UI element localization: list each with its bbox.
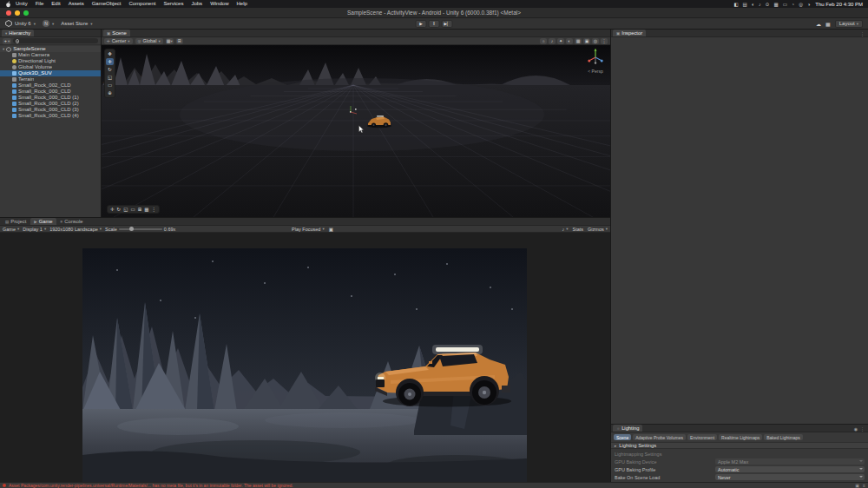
overlay-rect-icon[interactable]: ▭ xyxy=(130,207,135,212)
overlay-move-icon[interactable]: ✛ xyxy=(110,207,115,212)
lighting-tab-environment[interactable]: Environment xyxy=(687,434,717,440)
overlay-grid-icon[interactable]: ▦ xyxy=(144,207,148,212)
menu-item[interactable]: Assets xyxy=(69,0,84,8)
tool-handle-rotation-dropdown[interactable]: ◎ Global ▾ xyxy=(135,38,163,44)
inspector-menu-icon[interactable]: ⋮ xyxy=(860,31,865,36)
resolution-dropdown[interactable]: 1920x1080 Landscape▾ xyxy=(49,227,102,232)
pause-button[interactable]: ‖ xyxy=(429,20,440,28)
mute-audio-button[interactable]: ♪▾ xyxy=(562,227,569,232)
screen-mirroring-icon[interactable]: ◧ xyxy=(733,2,738,7)
gizmos-menu-icon[interactable]: ⋮ xyxy=(601,38,608,44)
overlay-scale-icon[interactable]: ◱ xyxy=(123,207,128,212)
asset-store-button[interactable]: Asset Store ▾ xyxy=(61,21,92,26)
bluetooth-icon[interactable]: ◐ xyxy=(752,2,754,7)
keyboard-icon[interactable]: ▤ xyxy=(743,2,747,7)
menu-item[interactable]: Help xyxy=(236,0,247,8)
foldout-caret-icon[interactable]: ▾ xyxy=(3,46,4,52)
spotlight-icon[interactable]: ◎ xyxy=(799,2,803,7)
display-icon[interactable]: ▦ xyxy=(773,2,778,7)
play-focused-dropdown[interactable]: Play Focused▾ xyxy=(292,227,325,232)
scene-lighting-icon[interactable]: ☼ xyxy=(540,38,547,44)
console-log-icon[interactable]: ≡ xyxy=(863,483,865,488)
transform-tool-icon[interactable]: ⊕ xyxy=(106,89,114,96)
status-bar[interactable]: Asset Packages/com.unity.render-pipeline… xyxy=(0,482,868,488)
gizmos-dropdown[interactable]: Gizmos▾ xyxy=(588,227,608,232)
grid-visibility-button[interactable]: ▦▾ xyxy=(166,38,174,44)
control-center-icon[interactable]: ◑ xyxy=(807,2,810,7)
lighting-tab-scene[interactable]: Scene xyxy=(614,434,631,440)
capture-icon[interactable]: ▣ xyxy=(329,227,333,232)
overlay-rotate-icon[interactable]: ↻ xyxy=(117,207,122,212)
scene-viewport[interactable]: ✥✛↻◱▭⊕ ✛↻◱▭⊞▦⋮ xyxy=(102,45,610,217)
scale-tool-icon[interactable]: ◱ xyxy=(106,74,114,81)
tab-hierarchy[interactable]: ▾ Hierarchy xyxy=(2,30,34,36)
battery-icon[interactable]: ▭ xyxy=(783,2,787,7)
stats-button[interactable]: Stats xyxy=(573,227,584,232)
tab-console[interactable]: ≡ Console xyxy=(57,218,87,225)
scale-slider[interactable] xyxy=(119,228,162,230)
hierarchy-item[interactable]: Small_Rock_000_CLD (4) xyxy=(0,113,101,119)
menu-item[interactable]: Edit xyxy=(51,0,60,8)
cloud-services-icon[interactable]: ☁ xyxy=(816,21,821,27)
account-dropdown[interactable]: N ▾ xyxy=(43,20,54,27)
menu-item[interactable]: Services xyxy=(163,0,183,8)
rect-tool-icon[interactable]: ▭ xyxy=(106,82,114,89)
hierarchy-search-input[interactable] xyxy=(13,38,98,43)
hierarchy-item[interactable]: Global Volume xyxy=(0,64,101,70)
hierarchy-item[interactable]: Main Camera xyxy=(0,52,101,58)
menu-clock[interactable]: Thu Feb 20 4:30 PM xyxy=(815,2,863,7)
property-value-dropdown[interactable]: Apple M2 Max xyxy=(715,458,865,465)
apple-icon[interactable] xyxy=(5,1,12,8)
tool-handle-position-dropdown[interactable]: ✛ Center ▾ xyxy=(104,38,133,44)
layers-grid-icon[interactable]: ▦ xyxy=(825,21,831,27)
hierarchy-item[interactable]: Small_Rock_000_CLD xyxy=(0,89,101,95)
hierarchy-item[interactable]: Small_Rock_000_CLD (1) xyxy=(0,95,101,101)
menu-item[interactable]: Component xyxy=(128,0,155,8)
hierarchy-item[interactable]: Quick3D_SUV xyxy=(0,70,101,76)
lighting-tab-realtime-lightmaps[interactable]: Realtime Lightmaps xyxy=(719,434,762,440)
snap-settings-button[interactable]: ⊞ xyxy=(176,38,183,44)
persp-label[interactable]: < Persp xyxy=(586,69,605,74)
overlay-snap-icon[interactable]: ⊞ xyxy=(138,207,142,212)
menu-item[interactable]: Window xyxy=(210,0,228,8)
tab-project[interactable]: ▤ Project xyxy=(2,218,30,225)
menu-item[interactable]: File xyxy=(36,0,44,8)
scene-grid-icon[interactable]: ▦ xyxy=(575,38,582,44)
lighting-help-icon[interactable]: ◉ xyxy=(854,426,858,432)
play-button[interactable]: ▶ xyxy=(416,20,427,28)
display-dropdown[interactable]: Display 1▾ xyxy=(23,227,46,232)
scene-search-icon[interactable]: ◎ xyxy=(592,38,599,44)
close-window-button[interactable] xyxy=(6,10,11,16)
hierarchy-item[interactable]: Small_Rock_002_CLD xyxy=(0,82,101,89)
status-message[interactable]: Asset Packages/com.unity.render-pipeline… xyxy=(9,483,852,488)
layout-dropdown[interactable]: Layout ▾ xyxy=(835,20,863,28)
move-tool-icon[interactable]: ✛ xyxy=(106,58,114,65)
menu-item[interactable]: Unity xyxy=(16,0,28,8)
lighting-menu-icon[interactable]: ⋮ xyxy=(860,426,865,432)
time-machine-icon[interactable]: ⊙ xyxy=(766,2,770,7)
hierarchy-item[interactable]: Small_Rock_000_CLD (2) xyxy=(0,101,101,107)
scene-effects-icon[interactable]: ✦ xyxy=(557,38,564,44)
game-mode-dropdown[interactable]: Game▾ xyxy=(3,227,19,232)
scene-visibility-icon[interactable]: ◐ xyxy=(566,38,573,44)
hierarchy-item[interactable]: Small_Rock_000_CLD (3) xyxy=(0,107,101,113)
property-value-dropdown[interactable]: Automatic xyxy=(715,466,865,472)
menu-item[interactable]: GameObject xyxy=(92,0,122,8)
menu-item[interactable]: Jobs xyxy=(191,0,202,8)
game-viewport[interactable] xyxy=(0,233,610,482)
wifi-icon[interactable]: ◔ xyxy=(792,2,794,7)
zoom-window-button[interactable] xyxy=(23,10,29,16)
view-tool-icon[interactable]: ✥ xyxy=(106,50,114,57)
sound-icon[interactable]: ♪ xyxy=(759,2,761,7)
hierarchy-scene-root[interactable]: ▾ SampleScene xyxy=(0,46,101,52)
scene-audio-icon[interactable]: ♪ xyxy=(549,38,556,44)
property-value-dropdown[interactable]: Never xyxy=(715,474,865,480)
tab-scene[interactable]: ▣ Scene xyxy=(103,30,130,36)
scene-orientation-gizmo[interactable]: < Persp xyxy=(586,48,605,74)
activity-icon[interactable]: ▣ xyxy=(855,483,859,488)
scene-camera-icon[interactable]: ▣ xyxy=(583,38,590,44)
lighting-settings-foldout[interactable]: ▸ Lighting Settings xyxy=(611,442,868,449)
add-gameobject-button[interactable]: +▾ xyxy=(3,38,11,44)
lighting-tab-adaptive-probe-volumes[interactable]: Adaptive Probe Volumes xyxy=(633,434,686,440)
rotate-tool-icon[interactable]: ↻ xyxy=(106,66,114,73)
